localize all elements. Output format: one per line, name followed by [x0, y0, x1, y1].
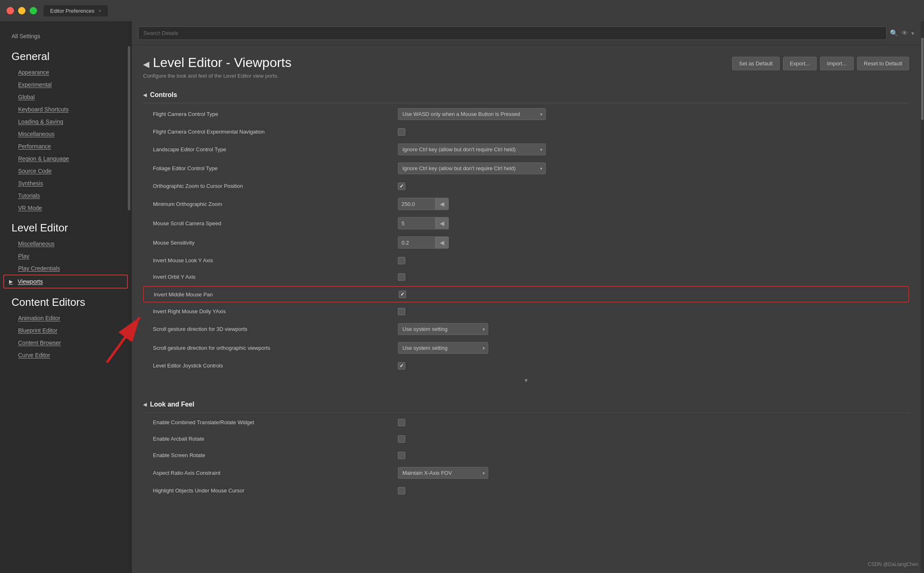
number-btn-scroll-speed[interactable]: ◀ — [435, 217, 448, 229]
row-invert-mouse-look-y: Invert Mouse Look Y Axis — [143, 252, 909, 269]
reset-button[interactable]: Reset to Default — [857, 57, 909, 70]
dropdown-wrapper-aspect-ratio: Maintain X-Axis FOV ▾ — [398, 467, 488, 479]
import-button[interactable]: Import... — [820, 57, 854, 70]
maximize-button[interactable] — [30, 7, 37, 14]
export-button[interactable]: Export... — [783, 57, 817, 70]
label-enable-screen-rotate: Enable Screen Rotate — [143, 448, 398, 462]
dropdown-wrapper-scroll-ortho: Use system setting ▾ — [398, 342, 488, 354]
chevron-down-icon[interactable]: ▾ — [911, 30, 914, 37]
number-btn-sensitivity[interactable]: ◀ — [435, 237, 448, 248]
sidebar-item-global[interactable]: Global — [0, 91, 131, 103]
row-mouse-scroll-speed: Mouse Scroll Camera Speed ◀ — [143, 214, 909, 233]
sidebar-item-animation-editor[interactable]: Animation Editor — [0, 312, 131, 324]
page-title-text: Level Editor - Viewports — [153, 55, 291, 70]
label-landscape-control-type: Landscape Editor Control Type — [143, 142, 398, 157]
row-invert-orbit-y: Invert Orbit Y Axis — [143, 269, 909, 285]
checkbox-enable-arcball[interactable] — [398, 435, 405, 443]
checkbox-invert-orbit-y[interactable] — [398, 273, 405, 281]
label-scroll-gesture-ortho: Scroll gesture direction for orthographi… — [143, 341, 398, 355]
sidebar-scrollbar[interactable] — [128, 46, 130, 210]
dropdown-foliage-control-type[interactable]: Ignore Ctrl key (allow but don't require… — [398, 162, 546, 174]
control-ortho-zoom — [398, 179, 909, 193]
search-bar: 🔍 👁 ▾ — [132, 21, 921, 45]
sidebar-item-keyboard-shortcuts[interactable]: Keyboard Shortcuts — [0, 103, 131, 116]
sidebar-item-play-credentials[interactable]: Play Credentials — [0, 262, 131, 275]
dropdown-scroll-gesture-3d[interactable]: Use system setting — [398, 323, 488, 335]
checkbox-invert-right-mouse-dolly[interactable] — [398, 308, 405, 315]
number-input-sensitivity[interactable] — [398, 237, 435, 248]
watermark: CSDN @DaLiangChen — [868, 561, 918, 567]
sidebar-item-blueprint-editor[interactable]: Blueprint Editor — [0, 324, 131, 337]
sidebar-item-tutorials[interactable]: Tutorials — [0, 189, 131, 202]
sidebar-item-content-browser[interactable]: Content Browser — [0, 337, 131, 349]
tab-close-icon[interactable]: × — [99, 8, 101, 13]
sidebar: All Settings General Appearance Experime… — [0, 21, 132, 573]
number-input-min-ortho[interactable] — [398, 199, 435, 210]
checkbox-flight-camera-experimental[interactable] — [398, 128, 405, 136]
row-mouse-sensitivity: Mouse Sensitivity ◀ — [143, 233, 909, 252]
dropdown-wrapper-flight-camera: Use WASD only when a Mouse Button is Pre… — [398, 108, 546, 120]
sidebar-item-region-language[interactable]: Region & Language — [0, 152, 131, 165]
title-bar: Editor Preferences × — [0, 0, 924, 21]
checkbox-invert-mouse-look-y[interactable] — [398, 257, 405, 264]
sidebar-item-appearance[interactable]: Appearance — [0, 66, 131, 79]
checkbox-highlight-objects[interactable] — [398, 487, 405, 494]
page-header: ◀ Level Editor - Viewports Configure the… — [143, 55, 909, 79]
sidebar-item-source-code[interactable]: Source Code — [0, 165, 131, 177]
label-mouse-sensitivity: Mouse Sensitivity — [143, 236, 398, 250]
sidebar-item-play[interactable]: Play — [0, 250, 131, 262]
control-enable-arcball — [398, 432, 909, 446]
controls-section-arrow: ◀ — [143, 92, 147, 98]
label-invert-right-mouse-dolly: Invert Right Mouse Dolly YAxis — [143, 304, 398, 319]
look-and-feel-title: Look and Feel — [150, 401, 194, 408]
control-foliage-control-type: Ignore Ctrl key (allow but don't require… — [398, 159, 909, 178]
sidebar-item-performance[interactable]: Performance — [0, 140, 131, 152]
sidebar-item-loading-saving[interactable]: Loading & Saving — [0, 116, 131, 128]
checkbox-invert-middle-mouse-pan[interactable] — [399, 291, 406, 298]
sidebar-item-vr-mode[interactable]: VR Mode — [0, 202, 131, 214]
label-joystick-controls: Level Editor Joystick Controls — [143, 358, 398, 373]
minimize-button[interactable] — [18, 7, 25, 14]
row-ortho-zoom: Orthographic Zoom to Cursor Position — [143, 178, 909, 194]
number-btn-min-ortho[interactable]: ◀ — [435, 198, 448, 210]
number-input-scroll-speed[interactable] — [398, 218, 435, 229]
row-enable-screen-rotate: Enable Screen Rotate — [143, 447, 909, 464]
row-invert-right-mouse-dolly: Invert Right Mouse Dolly YAxis — [143, 303, 909, 320]
label-ortho-zoom: Orthographic Zoom to Cursor Position — [143, 179, 398, 193]
sidebar-item-synthesis[interactable]: Synthesis — [0, 177, 131, 189]
scroll-down-icon: ▼ — [524, 377, 529, 384]
title-tab: Editor Preferences × — [44, 5, 108, 16]
close-button[interactable] — [7, 7, 14, 14]
control-invert-mouse-look-y — [398, 254, 909, 268]
dropdown-scroll-gesture-ortho[interactable]: Use system setting — [398, 342, 488, 354]
dropdown-wrapper-landscape: Ignore Ctrl key (allow but don't require… — [398, 143, 546, 155]
eye-icon[interactable]: 👁 — [901, 30, 908, 37]
control-landscape-control-type: Ignore Ctrl key (allow but don't require… — [398, 140, 909, 159]
search-icon: 🔍 — [890, 29, 898, 37]
sidebar-item-viewports[interactable]: ▶ Viewports — [3, 275, 128, 289]
control-aspect-ratio: Maintain X-Axis FOV ▾ — [398, 464, 909, 482]
scrollbar-thumb[interactable] — [921, 38, 924, 120]
checkbox-enable-screen-rotate[interactable] — [398, 452, 405, 459]
checkbox-ortho-zoom[interactable] — [398, 183, 405, 190]
row-highlight-objects: Highlight Objects Under Mouse Cursor — [143, 483, 909, 499]
control-joystick-controls — [398, 359, 909, 373]
number-input-wrapper-min-ortho: ◀ — [398, 198, 449, 210]
set-default-button[interactable]: Set as Default — [732, 57, 780, 70]
sidebar-item-le-miscellaneous[interactable]: Miscellaneous — [0, 238, 131, 250]
checkbox-joystick-controls[interactable] — [398, 362, 405, 370]
dropdown-landscape-control-type[interactable]: Ignore Ctrl key (allow but don't require… — [398, 143, 546, 155]
dropdown-aspect-ratio[interactable]: Maintain X-Axis FOV — [398, 467, 488, 479]
search-input[interactable] — [138, 26, 887, 40]
row-enable-combined-widget: Enable Combined Translate/Rotate Widget — [143, 414, 909, 431]
sidebar-item-curve-editor[interactable]: Curve Editor — [0, 349, 131, 361]
label-flight-camera-experimental: Flight Camera Control Experimental Navig… — [143, 125, 398, 139]
sidebar-all-settings[interactable]: All Settings — [0, 30, 131, 43]
sidebar-item-miscellaneous[interactable]: Miscellaneous — [0, 128, 131, 140]
sidebar-item-experimental[interactable]: Experimental — [0, 79, 131, 91]
control-enable-combined-widget — [398, 416, 909, 430]
content-wrapper: All Settings General Appearance Experime… — [0, 21, 924, 573]
checkbox-enable-combined-widget[interactable] — [398, 419, 405, 426]
dropdown-flight-camera-control-type[interactable]: Use WASD only when a Mouse Button is Pre… — [398, 108, 546, 120]
content-scrollbar[interactable] — [921, 21, 924, 573]
